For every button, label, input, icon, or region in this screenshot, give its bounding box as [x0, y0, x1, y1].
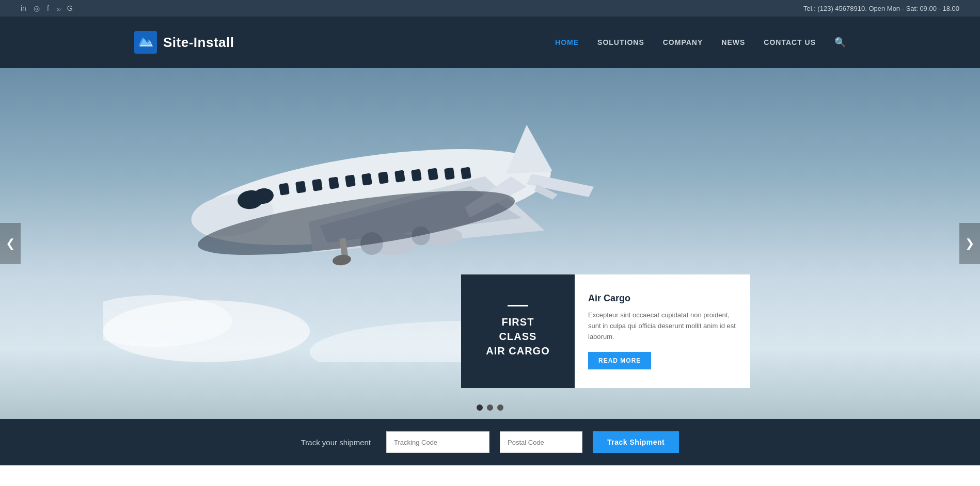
svg-rect-6: [295, 181, 306, 193]
logo[interactable]: Site-Install: [134, 31, 234, 54]
read-more-button[interactable]: READ MORE: [588, 352, 651, 369]
facebook-icon[interactable]: f: [47, 4, 49, 12]
pinterest-icon[interactable]: 𝔁: [56, 4, 60, 13]
card-description: Excepteur sint occaecat cupidatat non pr…: [588, 310, 737, 342]
header: Site-Install HOME SOLUTIONS COMPANY NEWS…: [0, 17, 980, 68]
instagram-icon[interactable]: ◎: [34, 4, 40, 12]
nav-news[interactable]: NEWS: [721, 38, 745, 46]
contact-info: Tel.: (123) 45678910. Open Mon - Sat: 09…: [803, 5, 959, 12]
dot-3[interactable]: [497, 404, 503, 411]
hero-card-dark: FIRSTCLASSAIR CARGO: [461, 274, 575, 388]
svg-rect-12: [394, 170, 405, 182]
main-nav: HOME SOLUTIONS COMPANY NEWS CONTACT US 🔍: [555, 37, 846, 48]
hero-section: ❮ ❯ FIRSTCLASSAIR CARGO Air Cargo Except…: [0, 68, 980, 419]
svg-marker-19: [506, 125, 552, 174]
track-shipment-button[interactable]: Track Shipment: [593, 431, 679, 453]
svg-rect-13: [411, 169, 422, 181]
search-icon[interactable]: 🔍: [834, 37, 846, 48]
svg-rect-7: [312, 179, 323, 191]
svg-rect-5: [279, 183, 290, 195]
hero-card-light: Air Cargo Excepteur sint occaecat cupida…: [575, 274, 750, 388]
nav-home[interactable]: HOME: [555, 38, 579, 46]
track-shipment-bar: Track your shipment Track Shipment: [0, 419, 980, 465]
hero-card-title: FIRSTCLASSAIR CARGO: [486, 315, 549, 358]
card-subtitle: Air Cargo: [588, 293, 737, 304]
logo-icon: [134, 31, 157, 54]
linkedin-icon[interactable]: in: [21, 4, 26, 12]
tracking-code-input[interactable]: [386, 431, 489, 453]
next-arrow-icon: ❯: [965, 237, 974, 250]
svg-point-28: [332, 254, 352, 267]
svg-rect-9: [345, 174, 356, 187]
postal-code-input[interactable]: [500, 431, 582, 453]
svg-rect-8: [328, 176, 339, 189]
prev-slide-button[interactable]: ❮: [0, 223, 21, 264]
logo-text: Site-Install: [163, 35, 234, 51]
svg-rect-11: [378, 171, 389, 184]
nav-company[interactable]: COMPANY: [663, 38, 703, 46]
svg-rect-14: [428, 168, 438, 180]
svg-rect-15: [444, 167, 455, 180]
dot-1[interactable]: [477, 404, 483, 411]
slider-dots: [477, 404, 503, 411]
prev-arrow-icon: ❮: [6, 237, 15, 250]
top-bar: in ◎ f 𝔁 G Tel.: (123) 45678910. Open Mo…: [0, 0, 980, 17]
social-icons: in ◎ f 𝔁 G: [21, 4, 73, 13]
nav-contact[interactable]: CONTACT US: [764, 38, 816, 46]
dot-2[interactable]: [487, 404, 493, 411]
google-icon[interactable]: G: [67, 4, 73, 12]
track-label: Track your shipment: [301, 438, 371, 447]
nav-solutions[interactable]: SOLUTIONS: [597, 38, 644, 46]
svg-rect-16: [461, 167, 471, 179]
svg-rect-10: [361, 173, 372, 185]
card-divider: [508, 305, 528, 306]
hero-card: FIRSTCLASSAIR CARGO Air Cargo Excepteur …: [461, 274, 750, 388]
next-slide-button[interactable]: ❯: [959, 223, 980, 264]
